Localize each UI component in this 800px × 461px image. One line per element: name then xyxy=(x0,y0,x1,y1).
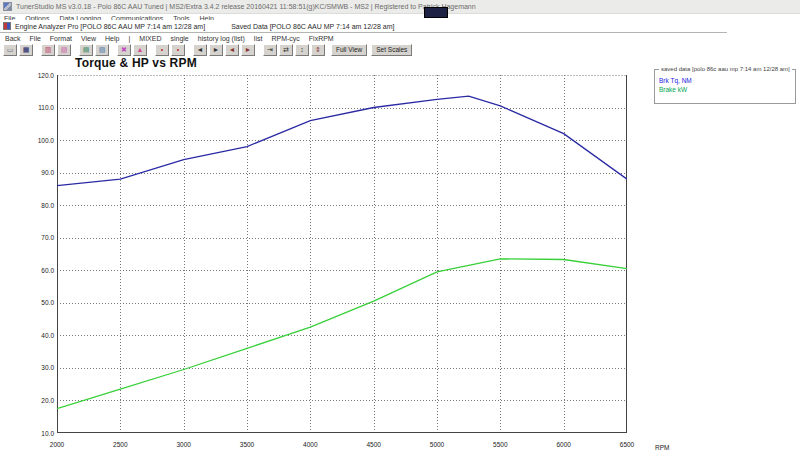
expand-vert-icon[interactable]: ↕ xyxy=(295,44,309,56)
eap-menu-item-help[interactable]: Help xyxy=(105,35,119,42)
minimized-window-fragment[interactable] xyxy=(424,7,448,18)
x-tick-2500: 2500 xyxy=(105,441,135,448)
image-alt-icon[interactable]: ▧ xyxy=(95,44,109,56)
y-tick-20: 20.0 xyxy=(28,397,54,404)
legend-item-brk-tq-nm: Brk Tq, NM xyxy=(659,77,795,84)
x-tick-6000: 6000 xyxy=(549,441,579,448)
series-line-brake-kw xyxy=(57,259,627,409)
x-tick-4500: 4500 xyxy=(359,441,389,448)
graph-pink-icon[interactable]: ▨ xyxy=(57,44,71,56)
eap-menu-item-list[interactable]: list xyxy=(254,35,263,42)
arrow-left-icon[interactable]: ◄ xyxy=(193,44,207,56)
window-title: TunerStudio MS v3.0.18 - Polo 86C AAU Tu… xyxy=(16,3,476,10)
graph-red-icon[interactable]: ▥ xyxy=(41,44,55,56)
marker-left-icon[interactable]: • xyxy=(155,44,169,56)
eap-menu-item-history-log-list-[interactable]: history log (list) xyxy=(198,35,245,42)
y-tick-120: 120.0 xyxy=(28,72,54,79)
monitor-icon[interactable]: ▦ xyxy=(19,44,33,56)
eap-menu-bar: BackFileFormatViewHelp|MIXEDsinglehistor… xyxy=(0,34,727,42)
x-tick-2000: 2000 xyxy=(42,441,72,448)
y-tick-10: 10.0 xyxy=(28,430,54,437)
y-tick-100: 100.0 xyxy=(28,137,54,144)
eap-menu-item-format[interactable]: Format xyxy=(50,35,72,42)
x-tick-5000: 5000 xyxy=(422,441,452,448)
eap-menu-item-file[interactable]: File xyxy=(30,35,41,42)
eap-toolbar: ▭▦▥▨▤▧✖▲••◄►◄►⇥⇄↕⇕Full ViewSet Scales xyxy=(0,43,727,56)
eap-menu-item-back[interactable]: Back xyxy=(5,35,21,42)
chart-plot-area xyxy=(57,75,627,433)
chart-legend: saved data [polo 86c aau mp 7:14 am 12/2… xyxy=(654,69,796,104)
full-view-button[interactable]: Full View xyxy=(331,44,367,56)
zoom-x-icon[interactable]: ✖ xyxy=(117,44,131,56)
eap-window-icon xyxy=(3,22,11,30)
y-tick-90: 90.0 xyxy=(28,169,54,176)
eap-title-bar: Engine Analyzer Pro [POLO 86C AAU MP 7:1… xyxy=(0,20,727,32)
eap-menu-item-fixrpm[interactable]: FixRPM xyxy=(309,35,334,42)
legend-header: saved data [polo 86c aau mp 7:14 am 12/2… xyxy=(659,66,792,72)
legend-item-brake-kw: Brake kW xyxy=(659,86,795,93)
y-tick-30: 30.0 xyxy=(28,364,54,371)
tunerstudio-app-icon xyxy=(3,2,12,11)
shrink-vert-icon[interactable]: ⇕ xyxy=(311,44,325,56)
eap-menu-item-mixed[interactable]: MIXED xyxy=(139,35,161,42)
y-tick-70: 70.0 xyxy=(28,234,54,241)
y-tick-110: 110.0 xyxy=(28,104,54,111)
legend-items: Brk Tq, NMBrake kW xyxy=(655,77,795,93)
x-tick-4000: 4000 xyxy=(295,441,325,448)
set-scales-button[interactable]: Set Scales xyxy=(371,44,412,56)
separator-line xyxy=(0,32,727,33)
y-tick-80: 80.0 xyxy=(28,202,54,209)
chart-title: Torque & HP vs RPM xyxy=(75,56,197,70)
y-tick-40: 40.0 xyxy=(28,332,54,339)
eap-title-left: Engine Analyzer Pro [POLO 86C AAU MP 7:1… xyxy=(15,23,205,30)
window-icon[interactable]: ▭ xyxy=(3,44,17,56)
step-end-icon[interactable]: ⇥ xyxy=(263,44,277,56)
arrow-left-red-icon[interactable]: ◄ xyxy=(225,44,239,56)
arrow-right-icon[interactable]: ► xyxy=(209,44,223,56)
eap-menu-item-rpm-cyc[interactable]: RPM-cyc xyxy=(271,35,299,42)
y-tick-60: 60.0 xyxy=(28,267,54,274)
x-tick-3500: 3500 xyxy=(232,441,262,448)
eap-menu-item-view[interactable]: View xyxy=(81,35,96,42)
y-tick-50: 50.0 xyxy=(28,299,54,306)
x-axis-unit-label: RPM xyxy=(655,444,669,451)
menu-separator: | xyxy=(128,35,130,42)
arrow-right-red-icon[interactable]: ► xyxy=(241,44,255,56)
swap-icon[interactable]: ⇄ xyxy=(279,44,293,56)
eap-menu-item-single[interactable]: single xyxy=(170,35,188,42)
image-icon[interactable]: ▤ xyxy=(79,44,93,56)
eap-title-right: Saved Data [POLO 86C AAU MP 7:14 am 12/2… xyxy=(231,23,394,30)
x-tick-6500: 6500 xyxy=(612,441,642,448)
marker-right-icon[interactable]: • xyxy=(171,44,185,56)
x-tick-3000: 3000 xyxy=(169,441,199,448)
screen: TunerStudio MS v3.0.18 - Polo 86C AAU Tu… xyxy=(0,0,800,461)
zoom-chart-icon[interactable]: ▲ xyxy=(133,44,147,56)
x-tick-5500: 5500 xyxy=(485,441,515,448)
os-title-bar: TunerStudio MS v3.0.18 - Polo 86C AAU Tu… xyxy=(0,0,800,14)
